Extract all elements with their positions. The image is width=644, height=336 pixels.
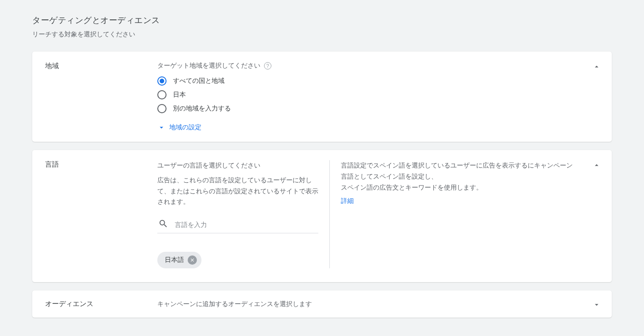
radio-icon	[157, 104, 167, 113]
language-section-label: 言語	[45, 160, 155, 169]
collapse-icon[interactable]	[592, 161, 601, 171]
expand-icon[interactable]	[592, 301, 601, 310]
radio-label: 別の地域を入力する	[173, 104, 231, 113]
language-chip-japanese: 日本語	[157, 252, 201, 268]
radio-icon	[157, 90, 167, 99]
language-description: 広告は、これらの言語を設定しているユーザーに対して、またはこれらの言語が設定され…	[157, 175, 318, 208]
location-settings-link[interactable]: 地域の設定	[157, 123, 592, 132]
location-section-label: 地域	[45, 62, 155, 70]
language-card: 言語 ユーザーの言語を選択してください 広告は、これらの言語を設定しているユーザ…	[32, 150, 612, 282]
search-icon	[158, 219, 168, 230]
audience-card[interactable]: オーディエンス キャンペーンに追加するオーディエンスを選択します	[32, 290, 612, 318]
audience-prompt: キャンペーンに追加するオーディエンスを選択します	[157, 300, 312, 307]
language-search-input[interactable]	[175, 221, 317, 228]
chip-remove-icon[interactable]	[188, 255, 197, 265]
audience-section-label: オーディエンス	[45, 300, 155, 308]
radio-label: すべての国と地域	[173, 77, 224, 85]
location-prompt: ターゲット地域を選択してください	[157, 62, 260, 70]
language-hint-line1: 言語設定でスペイン語を選択しているユーザーに広告を表示するにキャンペーン言語とし…	[341, 160, 573, 182]
radio-enter-another[interactable]: 別の地域を入力する	[157, 104, 592, 113]
radio-all-countries[interactable]: すべての国と地域	[157, 76, 592, 86]
location-card: 地域 ターゲット地域を選択してください ? すべての国と地域 日本 別の地域を入…	[32, 52, 612, 142]
language-hint-line2: スペイン語の広告文とキーワードを使用します。	[341, 182, 573, 193]
collapse-icon[interactable]	[592, 63, 601, 72]
chip-label: 日本語	[165, 256, 184, 264]
radio-icon-selected	[157, 76, 167, 86]
language-search[interactable]	[157, 216, 318, 233]
radio-japan[interactable]: 日本	[157, 90, 592, 99]
location-settings-text: 地域の設定	[169, 123, 201, 132]
radio-label: 日本	[173, 91, 186, 99]
page-title: ターゲティングとオーディエンス	[32, 15, 612, 26]
help-icon[interactable]: ?	[264, 62, 271, 70]
chevron-down-icon	[157, 123, 166, 132]
language-hint-details-link[interactable]: 詳細	[341, 197, 354, 204]
page-subtitle: リーチする対象を選択してください	[32, 30, 612, 39]
language-prompt: ユーザーの言語を選択してください	[157, 160, 318, 171]
